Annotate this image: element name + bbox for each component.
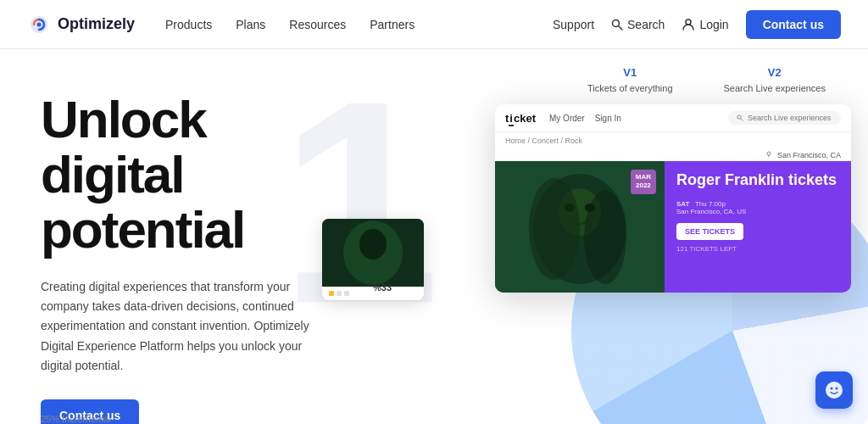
chat-icon[interactable]	[815, 371, 853, 409]
hero-section: 1 Unlock digital potential Creating digi…	[0, 49, 868, 424]
dot-1	[329, 291, 334, 296]
mockup-nav-signin: Sign In	[595, 114, 621, 123]
svg-point-5	[737, 115, 741, 119]
dot-2	[337, 291, 342, 296]
mockup-nav: My Order Sign In	[549, 114, 621, 123]
mockup-content: MAR 2022 Roger Franklin tickets SAT Thu …	[495, 161, 851, 293]
smiley-icon	[824, 380, 844, 400]
svg-line-2	[619, 26, 622, 30]
event-image-bg: MAR 2022	[495, 161, 665, 293]
ab-v2: V2 Search Live experiences	[724, 66, 826, 95]
svg-point-1	[613, 20, 620, 26]
search-icon	[611, 19, 623, 31]
svg-point-7	[767, 152, 771, 155]
logo-icon	[27, 13, 51, 36]
hero-description: Creating digital experiences that transf…	[41, 277, 329, 375]
secondary-img-svg	[322, 219, 424, 287]
location-icon	[765, 151, 772, 158]
search-label: Search	[627, 18, 665, 31]
svg-point-3	[686, 20, 691, 25]
logo[interactable]: Optimizely	[27, 13, 135, 36]
event-title: Roger Franklin tickets	[676, 171, 839, 190]
hero-text: Unlock digital potential Creating digita…	[0, 49, 356, 424]
bottom-percent: 25% Incremental	[41, 414, 111, 424]
mockup-search-box[interactable]	[728, 111, 841, 125]
see-tickets-button[interactable]: SEE TICKETS	[676, 223, 743, 240]
percent-33: %33	[373, 282, 392, 293]
svg-point-20	[836, 388, 838, 390]
nav-support[interactable]: Support	[553, 18, 594, 31]
nav-search[interactable]: Search	[611, 18, 665, 31]
nav-plans[interactable]: Plans	[236, 18, 265, 31]
nav-left: Optimizely Products Plans Resources Part…	[27, 13, 415, 36]
ticket-app-mockup: ticket My Order Sign In Home / Concert /…	[495, 104, 851, 293]
svg-point-17	[359, 229, 387, 259]
mockup-location: San Francisco, CA	[495, 149, 851, 161]
bottom-contact-us[interactable]: Contact US	[41, 399, 96, 410]
logo-text: Optimizely	[58, 15, 135, 33]
tickets-left: 121 TICKETS LEFT	[676, 245, 839, 253]
ab-v1: V1 Tickets of everything	[587, 66, 672, 95]
nav-login[interactable]: Login	[682, 18, 728, 31]
login-label: Login	[699, 18, 728, 31]
event-date-badge: MAR 2022	[631, 170, 656, 194]
secondary-image	[322, 219, 424, 287]
svg-point-13	[529, 178, 580, 280]
v1-text: Tickets of everything	[587, 82, 672, 95]
nav-links: Products Plans Resources Partners	[165, 18, 415, 31]
navbar: Optimizely Products Plans Resources Part…	[0, 0, 868, 49]
svg-point-14	[584, 191, 626, 284]
nav-right: Support Search Login Contact us	[553, 10, 841, 39]
mockup-breadcrumb: Home / Concert / Rock	[495, 132, 851, 149]
mockup-search-icon	[737, 114, 743, 121]
mockup-event-image: MAR 2022	[495, 161, 665, 293]
nav-partners[interactable]: Partners	[370, 18, 415, 31]
svg-point-18	[826, 382, 843, 399]
v2-text: Search Live experiences	[724, 82, 826, 95]
hero-heading: Unlock digital potential	[41, 92, 356, 257]
mockup-header: ticket My Order Sign In	[495, 104, 851, 132]
mockup-search-input[interactable]	[748, 114, 832, 122]
nav-resources[interactable]: Resources	[289, 18, 346, 31]
user-icon	[682, 18, 695, 31]
contact-button[interactable]: Contact us	[746, 10, 841, 39]
mockup-nav-order: My Order	[549, 114, 585, 123]
v2-label: V2	[768, 66, 782, 79]
event-details: SAT Thu 7:00p San Francisco, CA, US	[676, 200, 839, 215]
svg-line-6	[741, 119, 743, 121]
nav-products[interactable]: Products	[165, 18, 212, 31]
svg-point-19	[831, 388, 833, 390]
mockup-logo: ticket	[505, 112, 536, 125]
dot-3	[344, 291, 349, 296]
mockup-event-info: Roger Franklin tickets SAT Thu 7:00p San…	[665, 161, 851, 293]
ab-test-labels: V1 Tickets of everything V2 Search Live …	[587, 66, 826, 95]
svg-point-0	[37, 22, 42, 26]
v1-label: V1	[623, 66, 637, 79]
